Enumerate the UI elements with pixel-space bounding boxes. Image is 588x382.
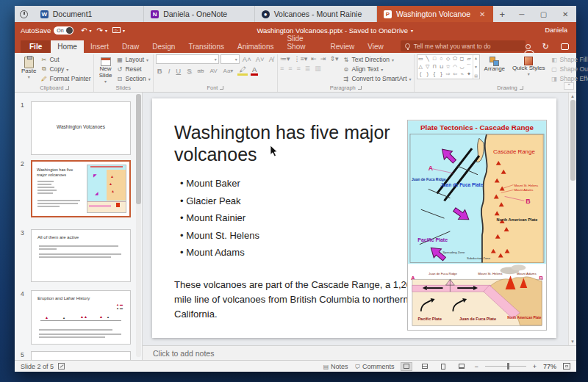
timeline-button[interactable] [15,6,34,22]
slide-canvas[interactable]: Washington has five major volcanoes Moun… [152,98,556,338]
history-icon[interactable]: ↻ [542,43,549,51]
underline-button[interactable]: U [174,67,182,75]
ribbon-tab-insert[interactable]: Insert [84,40,115,53]
strikethrough-button[interactable]: ab [196,68,206,74]
ribbon-tab-review[interactable]: Review [323,40,361,53]
section-button[interactable]: ⊟Section▾ [116,74,150,83]
highlight-color-button[interactable]: 🖍 [237,65,248,76]
zoom-slider[interactable] [485,366,526,367]
slide-body-text[interactable]: These volcanoes are part of the Cascade … [174,278,430,322]
increase-indent-button[interactable]: ⇥ [320,55,326,62]
comments-icon[interactable] [561,43,569,50]
copy-button[interactable]: ⧉Copy▾ [40,65,90,73]
increase-font-button[interactable]: A˄ [241,55,253,63]
zoom-level[interactable]: 77% [543,363,556,370]
paragraph-dialog-launcher-icon[interactable] [358,86,362,90]
ribbon-tab-animations[interactable]: Animations [231,40,280,53]
zoom-in-button[interactable]: + [533,363,537,370]
sets-tab-onenote[interactable]: N Daniela - OneNote [144,6,254,22]
bullet-item[interactable]: Mount Rainier [180,212,259,223]
account-user-name[interactable]: Daniela [545,26,567,34]
ribbon-tab-slideshow[interactable]: Slide Show [280,32,323,53]
arrange-button[interactable]: Arrange [481,54,508,73]
normal-view-button[interactable] [401,362,412,371]
maximize-button[interactable]: ▢ [533,6,555,22]
new-slide-dropdown-icon[interactable]: ▾ [104,79,107,84]
ribbon-tab-transitions[interactable]: Transitions [182,40,231,53]
pen-notes-icon[interactable] [58,363,65,370]
bullet-item[interactable]: Glacier Peak [180,195,259,206]
quick-styles-button[interactable]: Quick Styles ▾ [509,54,548,77]
minimize-button[interactable]: ─ [511,6,533,22]
undo-dropdown-icon[interactable]: ▾ [90,28,92,33]
collapse-ribbon-button[interactable]: ⌃ [564,82,574,90]
sets-tab-word[interactable]: W Document1 [34,6,144,22]
align-text-dropdown-icon[interactable]: ▾ [381,67,383,72]
change-case-button[interactable]: Aa▾ [222,68,235,74]
thumbnail-scrollbar-thumb[interactable] [136,94,141,204]
line-spacing-button[interactable]: ⇕▾ [329,55,338,62]
bullet-item[interactable]: Mount Baker [180,178,259,189]
slide-thumbnail-4[interactable]: Eruption and Lahar History ▲ ▬ ▲ ▬ ▲ ▲ ▲… [31,290,131,345]
scroll-down-icon[interactable]: ▼ [570,339,575,344]
zoom-out-button[interactable]: − [474,363,478,370]
font-dialog-launcher-icon[interactable] [220,86,223,90]
copy-dropdown-icon[interactable]: ▾ [66,67,68,72]
bullet-item[interactable]: Mount Adams [180,247,259,258]
quick-styles-dropdown-icon[interactable]: ▾ [528,72,530,77]
notes-toggle-button[interactable]: ▤ Notes [323,363,348,370]
plate-tectonics-image[interactable]: Plate Tectonics - Cascade Range [407,120,547,331]
scroll-up-icon[interactable]: ▲ [570,94,575,98]
clear-formatting-button[interactable]: A̸ [268,55,275,63]
sets-tab-edge[interactable]: ● Volcanoes - Mount Rainie [255,6,377,22]
slideshow-view-button[interactable] [456,362,467,371]
align-right-button[interactable]: ≡ [297,65,301,72]
ribbon-tab-home[interactable]: Home [51,40,84,53]
notes-pane[interactable]: Click to add notes [143,345,576,360]
redo-dropdown-icon[interactable]: ▾ [105,28,107,33]
numbering-button[interactable]: ⋮≡▾ [294,55,308,62]
decrease-font-button[interactable]: A˅ [254,55,266,63]
editor-scrollbar[interactable]: ▲ ▼ [568,93,576,345]
title-dropdown-icon[interactable]: ▾ [411,28,413,33]
shape-fill-button[interactable]: ◧Shape Fill▾ [551,55,588,64]
paste-dropdown-icon[interactable]: ▾ [28,75,30,80]
autosave-switch[interactable]: On [54,26,74,35]
text-direction-dropdown-icon[interactable]: ▾ [392,57,394,62]
autosave-toggle[interactable]: AutoSave On [21,26,74,35]
italic-button[interactable]: I [167,67,172,75]
redo-button[interactable]: ↷ [97,26,103,35]
paste-button[interactable]: Paste ▾ [18,54,39,80]
format-painter-button[interactable]: 🖉Format Painter [40,74,90,83]
convert-smartart-button[interactable]: ⇶Convert to SmartArt▾ [343,74,411,83]
bullet-item[interactable]: Mount St. Helens [180,230,259,241]
reset-button[interactable]: ↺Reset [116,65,150,73]
font-size-combobox[interactable]: ▾ [220,54,240,64]
drawing-dialog-launcher-icon[interactable] [520,86,523,90]
slide-bullet-list[interactable]: Mount Baker Glacier Peak Mount Rainier M… [180,178,259,264]
editor-scrollbar-thumb[interactable] [570,100,576,181]
shape-gallery-cells[interactable]: ▭╲□○◇⬠◻▱ △▽⊓⊔☆◠◡⌒ (){}⇨⇦⌁✦ [417,55,473,79]
slide-thumbnail-3[interactable]: All of them are active [31,229,131,282]
font-color-button[interactable]: A [251,65,258,76]
start-presentation-button[interactable]: ▷ [112,27,121,33]
close-button[interactable]: ✕ [554,6,576,22]
align-center-button[interactable]: ≡ [288,65,292,72]
share-person-icon[interactable] [526,44,531,49]
notes-placeholder[interactable]: Click to add notes [153,349,214,358]
thumbnail-scrollbar[interactable] [136,94,141,357]
character-spacing-button[interactable]: AV [208,68,218,74]
slide-thumbnail-1[interactable]: Washington Volcanoes [31,101,131,155]
slide-thumbnail-2-selected[interactable]: Washington has five major volcanoes ▲ ▲ [31,160,131,217]
tell-me-search[interactable]: Tell me what you want to do [401,40,526,51]
layout-button[interactable]: ▦Layout▾ [116,55,150,64]
reading-view-button[interactable] [437,362,449,371]
font-name-combobox[interactable]: ▾ [156,54,219,64]
slide-title[interactable]: Washington has five major volcanoes [174,122,417,165]
clipboard-dialog-launcher-icon[interactable] [65,86,69,90]
shape-gallery[interactable]: ▭╲□○◇⬠◻▱ △▽⊓⊔☆◠◡⌒ (){}⇨⇦⌁✦ ▲▼▤ [417,54,480,79]
ribbon-tab-draw[interactable]: Draw [115,40,146,53]
undo-button[interactable]: ↶ [81,26,87,35]
decrease-indent-button[interactable]: ⇤ [311,55,317,62]
sets-tab-powerpoint-active[interactable]: P Washington Volcanoe ✕ [377,6,493,22]
